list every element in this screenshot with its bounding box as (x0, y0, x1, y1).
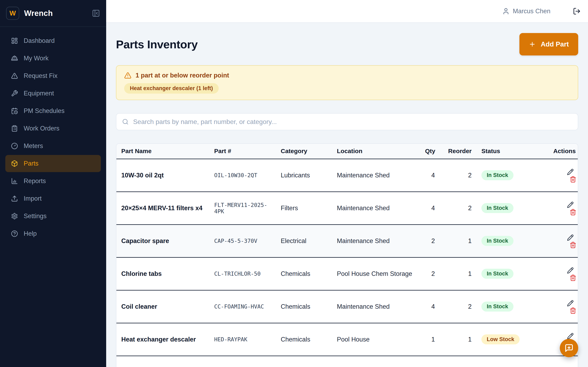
part-number: HED-RAYPAK (209, 323, 276, 356)
edit-part-button[interactable] (567, 300, 574, 307)
user-menu[interactable]: Marcus Chen (502, 8, 550, 15)
part-name: Coil cleaner (116, 290, 209, 323)
pencil-icon (567, 267, 574, 274)
reorder-alert-banner: 1 part at or below reorder point Heat ex… (116, 65, 578, 100)
table-row: Chlorine tabs CL-TRICHLOR-50 Chemicals P… (116, 257, 578, 290)
logout-button[interactable] (573, 7, 581, 15)
add-part-button[interactable]: Add Part (519, 33, 578, 55)
part-number: CAP-45-5-370V (209, 225, 276, 257)
sidebar-collapse-button[interactable] (92, 9, 100, 17)
status-badge: In Stock (481, 301, 513, 312)
parts-table-card: Part Name Part # Category Location Qty R… (116, 143, 578, 367)
part-category: Chemicals (276, 257, 332, 290)
sidebar-item-dashboard[interactable]: Dashboard (5, 32, 101, 49)
part-number: OIL-10W30-2QT (209, 159, 276, 192)
col-part-name: Part Name (116, 144, 209, 159)
edit-part-button[interactable] (567, 333, 574, 340)
sidebar-item-label: Dashboard (24, 37, 55, 44)
sidebar-item-import[interactable]: Import (5, 190, 101, 207)
sidebar-item-meters[interactable]: Meters (5, 137, 101, 155)
delete-part-button[interactable] (570, 275, 576, 281)
part-number: CL-TRICHLOR-50 (209, 257, 276, 290)
new-message-fab[interactable] (560, 339, 578, 357)
message-square-plus-icon (564, 343, 573, 352)
panel-left-close-icon (92, 9, 100, 17)
gauge-icon (11, 142, 18, 150)
sidebar-item-my-work[interactable]: My Work (5, 50, 101, 67)
brand-logo: W (6, 7, 19, 20)
sidebar-item-parts[interactable]: Parts (5, 155, 101, 172)
sidebar-item-reports[interactable]: Reports (5, 173, 101, 190)
delete-part-button[interactable] (570, 307, 576, 314)
sidebar-item-work-orders[interactable]: Work Orders (5, 120, 101, 137)
col-category: Category (276, 144, 332, 159)
pencil-icon (567, 234, 574, 241)
part-category: Lubricants (276, 159, 332, 192)
delete-part-button[interactable] (570, 242, 576, 248)
table-header: Part Name Part # Category Location Qty R… (116, 144, 578, 159)
part-qty: 2 (420, 225, 440, 257)
user-icon (502, 8, 510, 15)
reorder-alert-title: 1 part at or below reorder point (136, 72, 229, 79)
part-location: Pool House (332, 323, 420, 356)
trash-icon (570, 176, 576, 183)
part-reorder: 1 (440, 225, 476, 257)
part-location: Maintenance Shed (332, 225, 420, 257)
col-part-number: Part # (209, 144, 276, 159)
part-name: Chlorine tabs (116, 257, 209, 290)
delete-part-button[interactable] (570, 209, 576, 216)
part-reorder: 1 (440, 257, 476, 290)
sidebar-item-request-fix[interactable]: Request Fix (5, 67, 101, 84)
sidebar-item-label: Meters (24, 142, 43, 150)
trash-icon (570, 242, 576, 248)
sidebar-item-label: Parts (24, 160, 38, 167)
delete-part-button[interactable] (570, 176, 576, 183)
sidebar-item-equipment[interactable]: Equipment (5, 85, 101, 102)
brand-name: Wrench (24, 9, 53, 18)
low-stock-chip: Heat exchanger descaler (1 left) (124, 83, 219, 94)
part-reorder: 2 (440, 192, 476, 225)
sidebar-item-settings[interactable]: Settings (5, 208, 101, 225)
edit-part-button[interactable] (567, 169, 574, 175)
search-input[interactable] (133, 118, 572, 126)
status-badge: Low Stock (481, 334, 520, 344)
part-name: Heat exchanger descaler (116, 323, 209, 356)
status-badge: In Stock (481, 170, 513, 180)
plus-icon (529, 41, 536, 48)
status-badge: In Stock (481, 203, 513, 213)
main-area: Marcus Chen Parts Inventory Add Part 1 p… (106, 0, 588, 367)
part-category: Electrical (276, 225, 332, 257)
sidebar-item-pm-schedules[interactable]: PM Schedules (5, 102, 101, 119)
part-reorder: 2 (440, 290, 476, 323)
sidebar-item-label: Request Fix (24, 72, 57, 80)
edit-part-button[interactable] (567, 267, 574, 274)
gear-icon (11, 213, 18, 220)
part-name: 10W-30 oil 2qt (116, 159, 209, 192)
part-number: FLT-MERV11-2025-4PK (209, 192, 276, 225)
col-reorder: Reorder (440, 144, 476, 159)
trash-icon (570, 275, 576, 281)
part-number: CC-FOAMING-HVAC (209, 290, 276, 323)
part-category: Chemicals (276, 323, 332, 356)
part-qty: 4 (420, 159, 440, 192)
part-qty: 2 (420, 257, 440, 290)
package-icon (11, 160, 18, 167)
sidebar-item-help[interactable]: Help (5, 225, 101, 242)
sidebar-item-label: Help (24, 230, 37, 237)
part-location: Maintenance Shed (332, 290, 420, 323)
alert-triangle-icon (11, 72, 18, 79)
parts-table: Part Name Part # Category Location Qty R… (116, 144, 578, 356)
topbar: Marcus Chen (106, 0, 588, 23)
page-title: Parts Inventory (116, 38, 198, 51)
status-badge: In Stock (481, 269, 513, 279)
table-row: 20×25×4 MERV-11 filters x4 FLT-MERV11-20… (116, 192, 578, 225)
sidebar-header: W Wrench (0, 0, 106, 27)
edit-part-button[interactable] (567, 234, 574, 241)
part-qty: 1 (420, 323, 440, 356)
part-name: Capacitor spare (116, 225, 209, 257)
sidebar-item-label: PM Schedules (24, 107, 65, 115)
search-box (116, 113, 578, 130)
search-icon (122, 118, 129, 125)
part-location: Maintenance Shed (332, 159, 420, 192)
edit-part-button[interactable] (567, 201, 574, 208)
